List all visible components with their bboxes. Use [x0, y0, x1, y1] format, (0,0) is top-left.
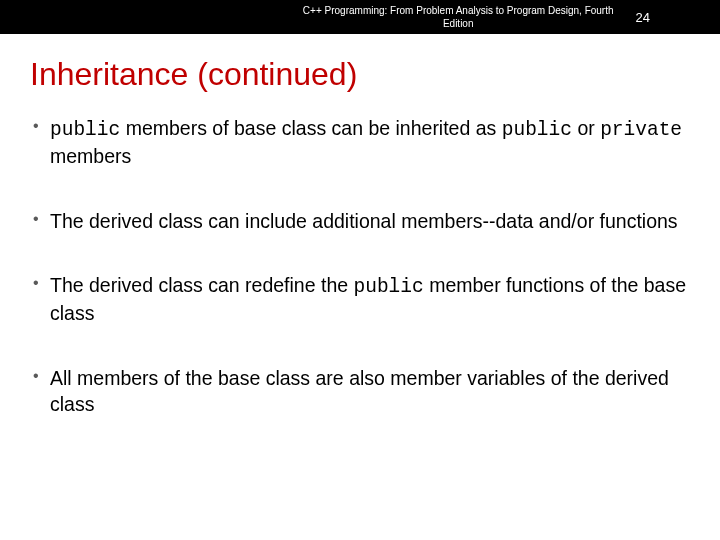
bullet-item: The derived class can redefine the publi…: [30, 272, 690, 327]
code-span: public: [502, 119, 572, 141]
bullet-list: public members of base class can be inhe…: [30, 115, 690, 417]
slide-content: Inheritance (continued) public members o…: [0, 34, 720, 417]
text-span: The derived class can redefine the: [50, 274, 354, 296]
slide-title: Inheritance (continued): [30, 56, 690, 93]
book-title: C++ Programming: From Problem Analysis t…: [303, 4, 614, 30]
code-span: public: [354, 276, 424, 298]
code-span: private: [600, 119, 682, 141]
bullet-item: public members of base class can be inhe…: [30, 115, 690, 170]
page-number: 24: [636, 10, 650, 25]
header-bar: C++ Programming: From Problem Analysis t…: [0, 0, 720, 34]
book-title-line1: C++ Programming: From Problem Analysis t…: [303, 5, 614, 16]
code-span: public: [50, 119, 120, 141]
text-span: members of base class can be inherited a…: [120, 117, 502, 139]
text-span: members: [50, 145, 131, 167]
bullet-item: The derived class can include additional…: [30, 208, 690, 234]
book-title-line2: Edition: [443, 18, 474, 29]
text-span: The derived class can include additional…: [50, 210, 678, 232]
text-span: or: [572, 117, 600, 139]
text-span: All members of the base class are also m…: [50, 367, 669, 415]
bullet-item: All members of the base class are also m…: [30, 365, 690, 418]
